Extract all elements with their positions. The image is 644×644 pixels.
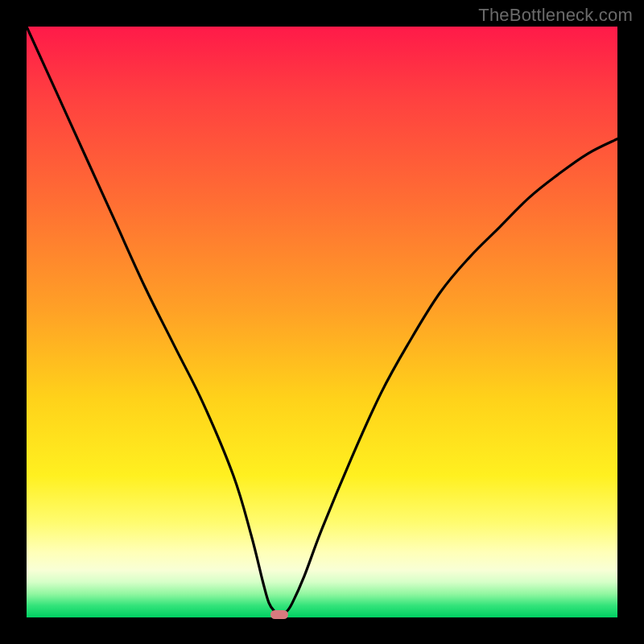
chart-frame: TheBottleneck.com — [0, 0, 644, 644]
bottleneck-curve — [27, 27, 617, 617]
minimum-marker — [270, 610, 288, 619]
watermark-text: TheBottleneck.com — [478, 5, 633, 26]
plot-area — [27, 27, 617, 617]
